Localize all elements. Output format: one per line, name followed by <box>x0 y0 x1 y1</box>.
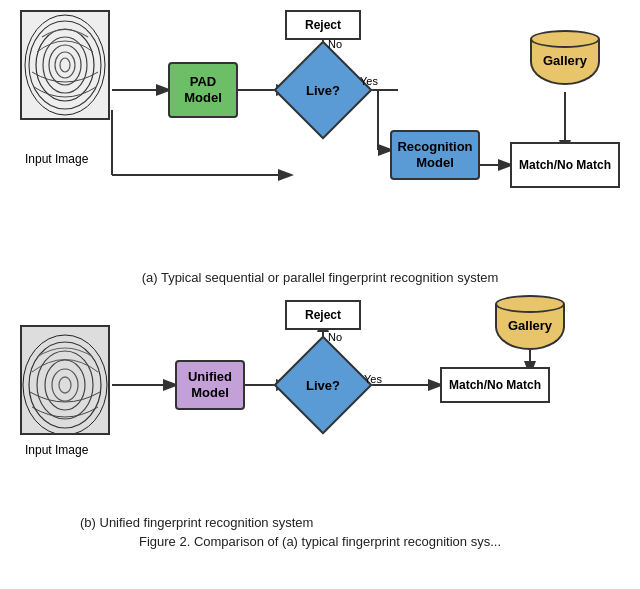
reject-box-a: Reject <box>285 10 361 40</box>
recognition-model-box: Recognition Model <box>390 130 480 180</box>
reject-label-a: Reject <box>305 18 341 32</box>
diagram-a: Input Image PAD Model Live? Yes No Rejec… <box>20 10 620 270</box>
unified-model-box: Unified Model <box>175 360 245 410</box>
match-label-a: Match/No Match <box>519 158 611 172</box>
diagram-container: Input Image PAD Model Live? Yes No Rejec… <box>0 0 640 567</box>
fingerprint-image-b <box>20 325 110 435</box>
reject-box-b: Reject <box>285 300 361 330</box>
gallery-a: Gallery <box>530 30 600 90</box>
live-label-b: Live? <box>306 378 340 393</box>
match-label-b: Match/No Match <box>449 378 541 392</box>
match-box-a: Match/No Match <box>510 142 620 188</box>
live-diamond-b: Live? <box>283 350 363 420</box>
yes-label-a: Yes <box>360 75 378 87</box>
caption-b: (b) Unified fingerprint recognition syst… <box>80 515 620 530</box>
unified-model-label: Unified Model <box>188 369 232 400</box>
live-label-a: Live? <box>306 83 340 98</box>
recognition-model-label: Recognition Model <box>397 139 472 170</box>
cyl-top-b <box>495 295 565 313</box>
input-label-b: Input Image <box>25 443 88 457</box>
pad-model-box: PAD Model <box>168 62 238 118</box>
yes-label-b: Yes <box>364 373 382 385</box>
gallery-label-a: Gallery <box>543 53 587 68</box>
fingerprint-image-a <box>20 10 110 120</box>
gallery-b: Gallery <box>495 295 565 355</box>
reject-label-b: Reject <box>305 308 341 322</box>
svg-rect-10 <box>22 12 108 118</box>
no-label-b: No <box>328 331 342 343</box>
pad-model-label: PAD Model <box>184 74 222 105</box>
figure-caption: Figure 2. Comparison of (a) typical fing… <box>20 534 620 557</box>
cyl-top-a <box>530 30 600 48</box>
gallery-cylinder-a: Gallery <box>530 30 600 90</box>
gallery-cylinder-b: Gallery <box>495 295 565 355</box>
caption-a: (a) Typical sequential or parallel finge… <box>20 270 620 285</box>
gallery-label-b: Gallery <box>508 318 552 333</box>
match-box-b: Match/No Match <box>440 367 550 403</box>
input-label-a: Input Image <box>25 152 88 166</box>
live-diamond-a: Live? <box>283 55 363 125</box>
diagram-b: Input Image Unified Model Live? Yes No R… <box>20 295 620 515</box>
